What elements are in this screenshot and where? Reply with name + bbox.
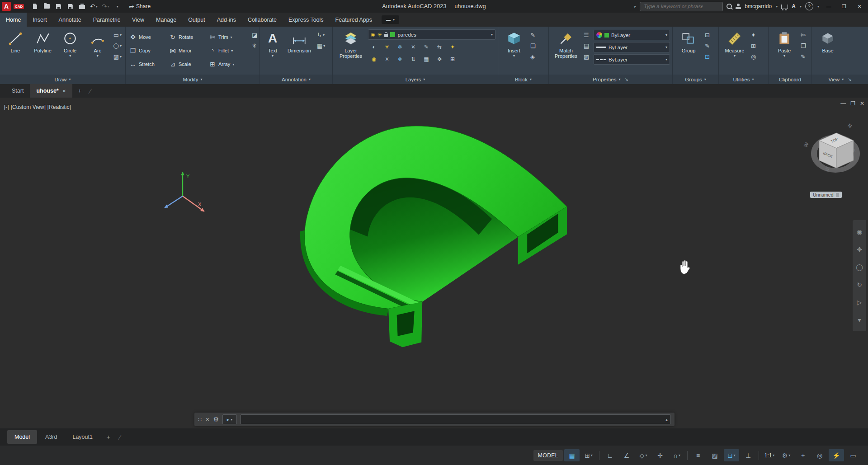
view-dialog-launcher-icon[interactable]: ↘ [848, 77, 851, 82]
user-avatar-icon[interactable] [736, 4, 741, 9]
table-dropdown-icon[interactable]: ▾ [323, 44, 325, 48]
layer-dropdown-icon[interactable]: ▾ [491, 33, 493, 37]
workspace-switching-button[interactable]: ⚙▾ [778, 449, 794, 461]
array-button[interactable]: ⊞Array▾ [208, 57, 249, 71]
new-layout-button[interactable]: ＋ [101, 433, 116, 441]
create-block-button[interactable]: ❏ [529, 41, 537, 50]
match-brush-button[interactable]: ✎ [799, 52, 807, 61]
tab-model[interactable]: Model [7, 430, 37, 444]
base-button[interactable]: Base [814, 28, 841, 75]
model-space-button[interactable]: MODEL [533, 450, 563, 461]
circle-dropdown-icon[interactable]: ▾ [69, 54, 71, 58]
dimension-button[interactable]: Dimension [284, 28, 314, 75]
trim-dropdown-icon[interactable]: ▾ [231, 35, 232, 39]
layer-freeze-button[interactable]: ❄ [394, 42, 406, 52]
tab-express-tools[interactable]: Express Tools [283, 13, 330, 27]
nav-wheel-icon[interactable]: ◉ [857, 228, 862, 235]
minimize-button[interactable]: — [823, 1, 835, 11]
tab-addins[interactable]: Add-ins [211, 13, 242, 27]
array-dropdown-icon[interactable]: ▾ [232, 62, 234, 66]
nav-more-icon[interactable]: ▾ [858, 316, 861, 324]
id-point-button[interactable]: ◎ [750, 52, 757, 61]
line-button[interactable]: Line [2, 28, 28, 75]
doc-minimize-icon[interactable]: — [840, 100, 846, 107]
object-color-dropdown[interactable]: ByLayer ▾ [594, 30, 670, 40]
polar-tracking-button[interactable]: ∠ [619, 449, 634, 461]
edit-block-button[interactable]: ✎ [529, 30, 537, 39]
command-history-scroll-icon[interactable]: ▴ [665, 417, 668, 422]
properties-sheet-button[interactable]: ▤ [582, 41, 592, 50]
lineweight-dropdown[interactable]: ByLayer ▾ [594, 42, 670, 52]
text-dropdown-icon[interactable]: ▾ [272, 54, 274, 58]
text-button[interactable]: A Text ▾ [262, 28, 283, 75]
fillet-button[interactable]: ◝Fillet▾ [208, 44, 249, 57]
rectangle-button[interactable]: ▭▾ [112, 30, 123, 39]
layer-thaw-button[interactable]: ☀ [381, 54, 393, 64]
ellipse-dropdown-icon[interactable]: ▾ [120, 44, 122, 48]
tab-home[interactable]: Home [0, 13, 27, 27]
rotate-button[interactable]: ↻Rotate [168, 30, 208, 44]
rectangle-dropdown-icon[interactable]: ▾ [120, 33, 122, 37]
selection-dropdown-icon[interactable]: ▾ [734, 453, 736, 457]
multileader-dropdown-icon[interactable]: ▾ [323, 33, 325, 37]
dynamic-ucs-button[interactable]: ⊥ [741, 449, 756, 461]
command-input[interactable] [244, 416, 665, 423]
tab-layout1[interactable]: Layout1 [65, 430, 99, 444]
trim-button[interactable]: ✄Trim▾ [208, 30, 249, 44]
explode-button[interactable]: ✳ [250, 41, 259, 50]
layer-previous-button[interactable]: ⇆ [434, 42, 445, 52]
multileader-button[interactable]: ↳▾ [316, 30, 326, 39]
panel-label-layers[interactable]: Layers▾ [333, 75, 498, 84]
block-attributes-button[interactable]: ◈ [529, 52, 537, 61]
layer-match-button[interactable]: ✎ [420, 42, 432, 52]
viewport-view-control[interactable]: [Custom View] [10, 104, 46, 110]
tab-a3rd[interactable]: A3rd [38, 430, 64, 444]
scale-button[interactable]: ⊿Scale [168, 57, 208, 71]
layer-freeze-icon[interactable]: ☀ [377, 32, 382, 38]
layer-unisolate-button[interactable]: ⇅ [407, 54, 419, 64]
layer-walk-button[interactable]: ✥ [434, 54, 445, 64]
layer-merge-button[interactable]: ▦ [420, 54, 432, 64]
tab-annotate[interactable]: Annotate [53, 13, 87, 27]
app-store-icon[interactable]: A [792, 3, 796, 9]
layer-lock-icon[interactable] [384, 34, 388, 37]
paste-button[interactable]: Paste ▾ [771, 28, 798, 75]
tab-uhouse[interactable]: uhouse* ✕ [30, 84, 72, 98]
save-as-button[interactable] [65, 1, 75, 11]
undo-button[interactable]: ↶▾ [88, 1, 99, 11]
redo-dropdown-icon[interactable]: ▾ [108, 5, 109, 9]
layer-properties-button[interactable]: Layer Properties [335, 28, 367, 75]
restore-button[interactable]: ❐ [838, 1, 850, 11]
ribbon-display-toggle[interactable]: ▬ ▾ [382, 15, 399, 24]
properties-dialog-launcher-icon[interactable]: ↘ [625, 77, 628, 82]
panel-label-view[interactable]: View▾↘ [812, 75, 868, 84]
panel-label-modify[interactable]: Modify▾ [126, 75, 259, 84]
copy-clip-button[interactable]: ❐ [799, 41, 807, 50]
ucs-selector-dropdown-icon[interactable] [836, 193, 839, 197]
properties-palette-button[interactable]: ☰ [582, 30, 592, 39]
ungroup-button[interactable]: ⊟ [703, 30, 711, 39]
tab-parametric[interactable]: Parametric [87, 13, 126, 27]
drawing-viewport[interactable]: [-] [Custom View] [Realistic] — ❐ ✕ Y X [0, 98, 868, 428]
layer-delete-button[interactable]: ✕ [407, 42, 419, 52]
match-properties-button[interactable]: Match Properties [551, 28, 581, 75]
insert-button[interactable]: Insert ▾ [500, 28, 528, 75]
tab-close-icon[interactable]: ✕ [62, 89, 66, 94]
nav-orbit-icon[interactable]: ↻ [857, 281, 862, 288]
close-button[interactable]: ✕ [854, 1, 865, 11]
grid-button[interactable]: ▦ [564, 449, 580, 461]
osnap-tracking-button[interactable]: ✛ [652, 449, 668, 461]
isodraft-dropdown-icon[interactable]: ▾ [645, 453, 647, 457]
redo-button[interactable]: ↷▾ [100, 1, 111, 11]
hatch-button[interactable]: ▨▾ [112, 52, 123, 61]
lineweight-display-button[interactable]: ≡ [690, 449, 706, 461]
layer-off-button[interactable]: ◐ [368, 42, 380, 52]
group-selection-button[interactable]: ⊡ [703, 52, 711, 61]
tab-view[interactable]: View [126, 13, 150, 27]
tab-insert[interactable]: Insert [27, 13, 52, 27]
command-line-customize-icon[interactable]: ⚙ [213, 416, 219, 423]
help-icon[interactable]: ? [805, 2, 813, 10]
mirror-button[interactable]: ⋈Mirror [168, 44, 208, 57]
layer-current-button[interactable]: ✦ [447, 42, 458, 52]
tab-start[interactable]: Start [5, 84, 30, 98]
